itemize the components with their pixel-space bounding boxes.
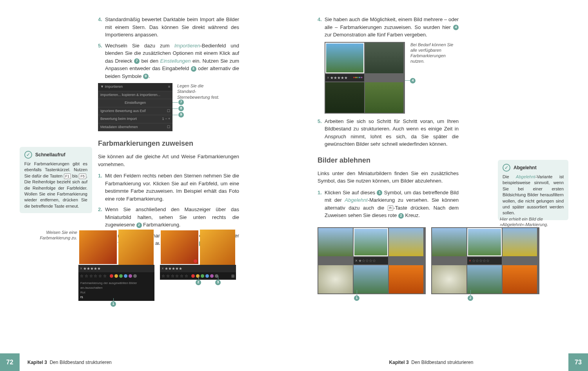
sidebar-abgelehnt: ✓ Abgelehnt Die Abgelehnt-Variante ist b… (498, 160, 568, 220)
color-dot-blue (124, 274, 127, 278)
thumb-selected (325, 43, 364, 73)
callout-9: 9 (143, 74, 149, 79)
figure-caption-3: Bei Bedarf können Sie alle verfügbaren F… (410, 42, 457, 114)
thumb (365, 43, 403, 73)
step-4r: 4. Sie haben auch die Möglichkeit, einem… (318, 16, 459, 39)
right-main-column: 4. Sie haben auch die Möglichkeit, einem… (318, 16, 459, 219)
footer-left: 72 Kapitel 3 Den Bildbestand strukturier… (0, 353, 294, 371)
step-number: 4. (318, 16, 325, 39)
figure-caption-2: Weisen Sie eine Farbmarkierung zu. (30, 230, 77, 241)
heading-ablehnen: Bilder ablehnen (318, 155, 459, 166)
step-5r: 5. Arbeiten Sie sich so Schritt für Schr… (318, 118, 459, 148)
step-2: 2. Wenn Sie anschließend den Mauszeiger … (98, 206, 239, 229)
step-text: Wenn Sie anschließend den Mauszeiger übe… (105, 206, 239, 229)
steps-list-bottom-r: 1. Klicken Sie auf dieses 1 Symbol, um d… (318, 189, 459, 219)
tooltip-text: Farbmarkierung der ausgewählten Bilder a… (80, 281, 152, 290)
callout-marker-1: 1 (111, 301, 116, 307)
step-number: 2. (98, 206, 105, 229)
page-73: 4. Sie haben auch die Möglichkeit, einem… (294, 0, 588, 371)
steps-list-top: 4. Standardmäßig bewertet Darktable beim… (98, 16, 239, 80)
figure-import-panel: ▼ Importieren≡ importieren... kopieren &… (98, 83, 239, 131)
section-intro-b: Links unter den Miniaturbildern finden S… (318, 170, 459, 185)
panel-title: Importieren (105, 85, 123, 89)
color-dot-red (110, 274, 113, 278)
star-rating: ★★★★★ (83, 266, 101, 271)
panel-row-rating: Bewertung beim Import (100, 116, 137, 122)
figure-4-left: ×★☆☆☆☆ 1 (318, 227, 426, 294)
step-text: Standardmäßig bewertet Darktable beim Im… (105, 16, 239, 39)
step-number: 5. (98, 42, 105, 80)
figure-3-grid: ×★★★★★ ●●●●● (325, 42, 405, 114)
figure-2-right: ×★★★★★ ☆ ☆ ☆ ☆ ☆ ☆ ⊞ 2 3 (160, 230, 236, 301)
thumb-flower-2 (118, 230, 154, 265)
color-dot-green (119, 274, 123, 278)
thumb-flower-2b (200, 230, 235, 265)
figure-reject: ×★☆☆☆☆ 1 ×☆☆☆☆☆ 2 (318, 227, 539, 294)
callout-8: 8 (191, 66, 196, 72)
page-72: 4. Standardmäßig bewertet Darktable beim… (0, 0, 294, 371)
figure-2-left: ×★★★★★ ☆ ☆ ☆ ☆ ☆ ☆ Farbmarkierung der au… (78, 230, 154, 301)
sidebar-schnellaufruf: ✓ Schnellaufruf Für Farbmarkierungen gib… (20, 147, 92, 213)
figure-color-marking: ×★★★★★ ☆ ☆ ☆ ☆ ☆ ☆ Farbmarkierung der au… (78, 230, 236, 301)
callout-marker-7: 7 (178, 100, 184, 105)
thumb (365, 82, 403, 113)
step-number: 4. (98, 16, 105, 39)
step-number: 1. (98, 172, 105, 203)
heading-farbmarkierungen: Farbmarkierungen zuweisen (98, 138, 239, 149)
key-r: R (388, 205, 394, 211)
callout-marker-2: 2 (196, 280, 201, 285)
tooltip-color: Rot (80, 290, 152, 295)
left-main-column: 4. Standardmäßig bewertet Darktable beim… (98, 16, 239, 247)
callout-marker-9: 9 (178, 112, 184, 118)
figure-all-colors: ×★★★★★ ●●●●● Bei Bedarf können Sie alle … (325, 42, 459, 114)
step-1r: 1. Klicken Sie auf dieses 1 Symbol, um d… (318, 189, 459, 219)
sidebar-title: Abgelehnt (514, 165, 537, 171)
sidebar-header: ✓ Abgelehnt (503, 164, 564, 172)
figure-4-right: ×☆☆☆☆☆ 2 (431, 227, 539, 294)
page-number: 73 (568, 353, 588, 371)
footer-text: Kapitel 3 Den Bildbestand strukturieren (20, 359, 120, 366)
tooltip-key: f1 (80, 295, 152, 300)
callout-2r: 2 (398, 213, 404, 219)
step-text: Sie haben auch die Möglichkeit, einem Bi… (325, 16, 459, 39)
check-icon: ✓ (503, 164, 510, 172)
callout-marker-4: 4 (410, 78, 416, 83)
section-intro: Sie können auf die gleiche Art und Weise… (98, 153, 239, 168)
sidebar-body: Für Farbmarkierungen gibt es ebenfalls T… (24, 161, 87, 209)
panel-row-settings: Einstellungen (98, 99, 172, 107)
key-f1: F1 (64, 174, 71, 179)
thumb-flower (78, 230, 118, 265)
panel-row-metadata: Metadaten übernehmen (100, 125, 138, 130)
step-number: 5. (318, 118, 325, 148)
import-panel-screenshot: ▼ Importieren≡ importieren... kopieren &… (98, 83, 172, 131)
sidebar-body: Die Abgelehnt-Variante ist beispielsweis… (503, 174, 564, 216)
callout-4: 4 (453, 25, 459, 30)
step-text: Arbeiten Sie sich so Schritt für Schritt… (325, 118, 459, 148)
step-4: 4. Standardmäßig bewertet Darktable beim… (98, 16, 239, 39)
callout-marker-1r: 1 (354, 295, 359, 301)
applied-label-dot (194, 259, 197, 263)
callout-marker-8: 8 (178, 106, 184, 111)
callout-7: 7 (134, 58, 140, 64)
panel-row-exif: Ignoriere Bewertung aus Exif (100, 109, 146, 114)
step-text: Klicken Sie auf dieses 1 Symbol, um das … (325, 189, 459, 219)
panel-row-import: importieren... kopieren & importieren... (98, 91, 172, 100)
star-rating: ★★★★★ (165, 266, 182, 271)
color-dot-clear (133, 274, 137, 278)
check-icon: ✓ (24, 151, 32, 159)
color-dot-purple (129, 274, 132, 278)
page-number: 72 (0, 353, 20, 371)
sidebar-header: ✓ Schnellaufruf (24, 151, 87, 159)
sidebar-title: Schnellaufruf (35, 152, 65, 158)
key-f5: F5 (79, 174, 86, 179)
book-spread: 4. Standardmäßig bewertet Darktable beim… (0, 0, 588, 371)
step-1: 1. Mit den Feldern rechts neben den Ster… (98, 172, 239, 203)
callout-marker-2r: 2 (468, 295, 473, 301)
thumb-flower-sel (160, 230, 199, 265)
callout-marker-3: 3 (215, 280, 221, 285)
thumb (325, 82, 364, 113)
steps-list-top-r: 4. Sie haben auch die Möglichkeit, einem… (318, 16, 459, 39)
callout-2: 2 (136, 223, 142, 228)
figure-caption-4: Hier erhielt ein Bild die »Abgelehnt«-Ma… (500, 216, 568, 228)
color-dot-yellow (114, 274, 118, 278)
